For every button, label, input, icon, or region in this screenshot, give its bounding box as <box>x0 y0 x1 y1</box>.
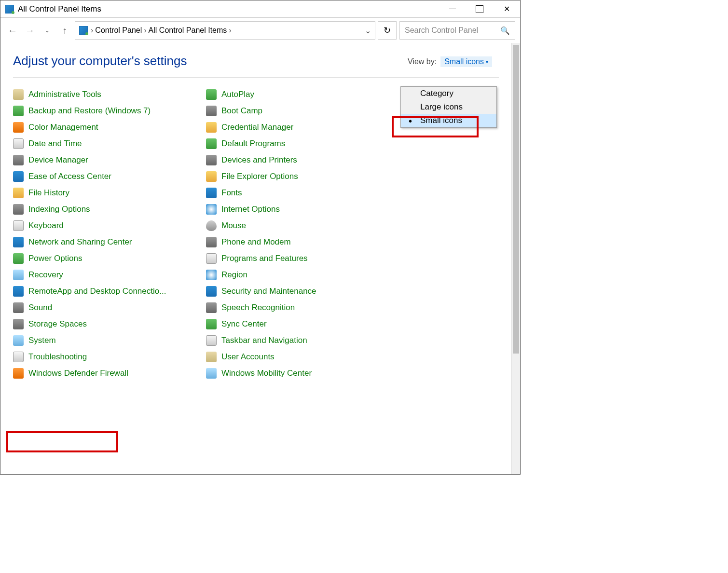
item-label: Speech Recognition <box>221 303 295 313</box>
search-placeholder: Search Control Panel <box>405 26 478 35</box>
view-option-category[interactable]: Category <box>401 87 496 100</box>
up-button[interactable]: ↑ <box>57 23 72 38</box>
control-panel-item[interactable]: Credential Manager <box>206 122 394 133</box>
control-panel-item[interactable]: File Explorer Options <box>206 171 394 182</box>
item-icon <box>13 253 24 264</box>
control-panel-item[interactable]: Date and Time <box>13 138 201 149</box>
breadcrumb-icon <box>79 26 88 35</box>
item-icon <box>13 237 24 247</box>
item-label: Credential Manager <box>221 123 293 132</box>
item-label: Storage Spaces <box>28 319 87 329</box>
item-label: AutoPlay <box>221 90 254 99</box>
item-label: Devices and Printers <box>221 155 297 165</box>
item-label: Administrative Tools <box>28 90 101 99</box>
view-option-large-icons[interactable]: Large icons <box>401 100 496 114</box>
item-icon <box>206 270 217 280</box>
item-icon <box>206 171 217 182</box>
control-panel-item[interactable]: Administrative Tools <box>13 89 201 100</box>
control-panel-item[interactable]: Windows Defender Firewall <box>13 368 201 379</box>
item-label: Date and Time <box>28 139 82 149</box>
item-icon <box>13 319 24 329</box>
breadcrumb-part[interactable]: Control Panel <box>95 26 142 35</box>
control-panel-item[interactable]: Default Programs <box>206 138 394 149</box>
address-dropdown-icon[interactable]: ⌄ <box>365 26 371 35</box>
breadcrumb-part[interactable]: All Control Panel Items <box>149 26 227 35</box>
view-by-select[interactable]: Small icons <box>440 56 492 67</box>
item-icon <box>13 188 24 198</box>
divider <box>13 77 499 78</box>
control-panel-item[interactable]: AutoPlay <box>206 89 394 100</box>
close-button[interactable] <box>493 0 520 18</box>
view-by-dropdown: Category Large icons Small icons <box>400 86 497 128</box>
app-icon <box>5 5 14 14</box>
view-by-row: View by: Small icons <box>408 56 492 67</box>
control-panel-item[interactable]: Device Manager <box>13 155 201 165</box>
recent-dropdown-icon[interactable]: ⌄ <box>40 23 55 38</box>
minimize-button[interactable] <box>439 0 466 18</box>
control-panel-item[interactable]: Sync Center <box>206 319 394 329</box>
item-label: Sound <box>28 303 52 313</box>
control-panel-item[interactable]: User Accounts <box>206 352 394 362</box>
control-panel-item[interactable]: Speech Recognition <box>206 302 394 313</box>
control-panel-item[interactable]: File History <box>13 188 201 198</box>
search-icon[interactable]: 🔍 <box>500 26 510 35</box>
window-buttons <box>439 0 520 18</box>
control-panel-item[interactable]: Troubleshooting <box>13 352 201 362</box>
control-panel-item[interactable]: Storage Spaces <box>13 319 201 329</box>
scrollbar-thumb[interactable] <box>513 45 519 354</box>
control-panel-item[interactable]: Mouse <box>206 220 394 231</box>
item-icon <box>13 171 24 182</box>
control-panel-item[interactable]: Ease of Access Center <box>13 171 201 182</box>
maximize-button[interactable] <box>466 0 493 18</box>
item-label: Fonts <box>221 188 242 198</box>
back-button[interactable]: ← <box>5 23 20 38</box>
titlebar: All Control Panel Items <box>0 0 520 18</box>
item-icon <box>206 155 217 165</box>
chevron-right-icon[interactable]: › <box>144 26 146 35</box>
item-icon <box>13 89 24 100</box>
control-panel-item[interactable]: Network and Sharing Center <box>13 237 201 247</box>
item-label: Recovery <box>28 270 63 280</box>
control-panel-item[interactable]: Fonts <box>206 188 394 198</box>
control-panel-item[interactable]: Region <box>206 270 394 280</box>
control-panel-item[interactable]: Power Options <box>13 253 201 264</box>
item-label: Windows Mobility Center <box>221 368 312 378</box>
item-icon <box>206 138 217 149</box>
item-label: File Explorer Options <box>221 172 298 181</box>
control-panel-item[interactable]: Windows Mobility Center <box>206 368 394 379</box>
item-label: Region <box>221 270 247 280</box>
control-panel-item[interactable]: Programs and Features <box>206 253 394 264</box>
control-panel-item[interactable]: Phone and Modem <box>206 237 394 247</box>
control-panel-item[interactable]: Boot Camp <box>206 106 394 116</box>
item-icon <box>13 138 24 149</box>
control-panel-item[interactable]: Devices and Printers <box>206 155 394 165</box>
item-icon <box>206 352 217 362</box>
search-input[interactable]: Search Control Panel 🔍 <box>399 21 515 40</box>
scrollbar[interactable] <box>511 43 520 474</box>
item-icon <box>206 237 217 247</box>
control-panel-item[interactable]: Internet Options <box>206 204 394 215</box>
control-panel-item[interactable]: System <box>13 335 201 346</box>
control-panel-item[interactable]: Recovery <box>13 270 201 280</box>
item-icon <box>206 220 217 231</box>
control-panel-item[interactable]: RemoteApp and Desktop Connectio... <box>13 286 201 297</box>
item-icon <box>206 335 217 346</box>
chevron-right-icon[interactable]: › <box>91 26 93 35</box>
control-panel-item[interactable]: Color Management <box>13 122 201 133</box>
item-label: Phone and Modem <box>221 237 291 247</box>
control-panel-item[interactable]: Indexing Options <box>13 204 201 215</box>
chevron-right-icon[interactable]: › <box>229 26 231 35</box>
control-panel-item[interactable]: Taskbar and Navigation <box>206 335 394 346</box>
view-option-small-icons[interactable]: Small icons <box>401 114 496 127</box>
control-panel-item[interactable]: Sound <box>13 302 201 313</box>
address-bar[interactable]: › Control Panel › All Control Panel Item… <box>75 21 375 40</box>
refresh-button[interactable]: ↻ <box>378 21 397 40</box>
control-panel-item[interactable]: Backup and Restore (Windows 7) <box>13 106 201 116</box>
control-panel-item[interactable]: Security and Maintenance <box>206 286 394 297</box>
control-panel-item[interactable]: Keyboard <box>13 220 201 231</box>
forward-button[interactable]: → <box>23 23 37 38</box>
item-icon <box>206 286 217 297</box>
item-label: Troubleshooting <box>28 352 87 362</box>
item-label: Boot Camp <box>221 106 262 116</box>
item-label: RemoteApp and Desktop Connectio... <box>28 286 166 296</box>
